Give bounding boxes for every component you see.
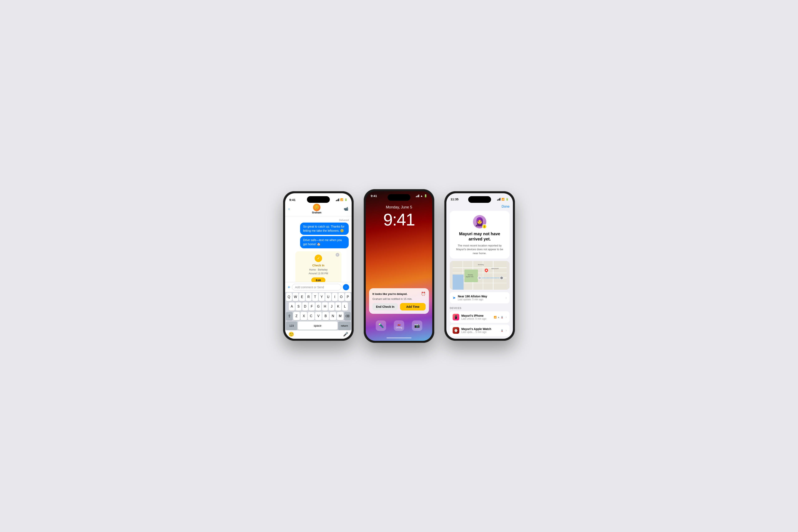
lockscreen-status-icons: ▲ 🔋 [416,194,427,197]
lockscreen-screen: 9:41 ▲ 🔋 Monday, June 5 9:41 [366,191,432,341]
device-name-iphone: Mayuri's iPhone [461,314,492,317]
devices-label: DEVICES [450,307,510,310]
device-status-iphone: 📶 ▲ 🪫 [494,316,504,319]
svg-point-20 [500,277,503,279]
clock-icon: ⏰ [421,291,425,296]
location-name: Near 190 Allston Way [458,295,504,298]
device-row-iphone: 📱 Mayuri's iPhone Last unlock: 5 min ago… [450,311,510,323]
wifi-icon-2: ▲ [420,194,423,197]
key-o[interactable]: O [338,293,344,301]
status-time-3: 11:35 [451,197,458,201]
iphone-icon: 📱 [453,314,459,320]
lockscreen-middle [366,228,432,288]
checkin-card: ✕ ✓ Check In Home · Berkeley Around 11:0… [295,251,341,282]
messages-screen: 9:41 📶 🔋 ‹ [285,193,352,339]
svg-text:Berkeley: Berkeley [478,264,484,266]
key-y[interactable]: Y [319,293,325,301]
key-v[interactable]: V [315,312,322,320]
device-status-watch: 🪫 [501,329,504,332]
key-l[interactable]: L [342,302,348,311]
emoji-icon[interactable]: 🙂 [288,332,294,337]
key-shift[interactable]: ⇧ [286,312,292,320]
keyboard-row-3: ⇧ Z X C V B N M ⌫ [285,311,352,321]
key-u[interactable]: U [325,293,331,301]
status-icons-3: 📶 🔋 [497,198,509,201]
close-button[interactable]: ✕ [336,253,339,256]
key-k[interactable]: K [335,302,341,311]
alert-badge: ! [482,224,487,229]
battery-status-icon: 🪫 [501,316,504,319]
key-h[interactable]: H [322,302,328,311]
watch-glyph: ⌚ [454,328,458,332]
svg-point-18 [478,277,481,279]
key-j[interactable]: J [328,302,335,311]
done-button[interactable]: Done [502,205,510,208]
key-n[interactable]: N [329,312,336,320]
key-r[interactable]: R [306,293,312,301]
dock-driving[interactable]: 🚗 Driving [394,320,404,331]
key-e[interactable]: E [299,293,305,301]
keyboard-row-2: A S D F G H J K L [285,302,352,311]
device-time-iphone: Last unlock: 5 min ago [461,317,492,320]
microphone-icon[interactable]: 🎤 [343,332,348,337]
back-button[interactable]: ‹ [288,207,290,211]
device-time-watch: Last upda… 5 min ago [461,330,498,334]
device-row-watch: ⌚ Mayuri's Apple Watch Last upda… 5 min … [450,325,510,336]
battery-watch-icon: 🪫 [501,329,504,332]
device-chevron-2: › [506,328,507,332]
dock-flashlight[interactable]: 🔦 [376,320,386,331]
svg-text:BANCROFT: BANCROFT [492,268,499,269]
key-return[interactable]: return [338,322,351,330]
key-c[interactable]: C [308,312,315,320]
key-g[interactable]: G [316,302,322,311]
key-delete[interactable]: ⌫ [344,312,351,320]
wifi-icon-1: 📶 [340,198,343,201]
avatar-emoji: 😊 [315,205,319,210]
key-s[interactable]: S [296,302,302,311]
map-svg: Berkeley Aquatic Park [450,261,510,290]
notif-title: It looks like you're delayed. [373,292,407,296]
battery-icon-1: 🔋 [344,198,347,201]
key-a[interactable]: A [289,302,295,311]
messages-input-area: + Add comment or Send ↑ [285,282,352,292]
alert-subtitle: The most recent location reported by May… [454,244,506,255]
edit-button[interactable]: Edit [311,278,326,282]
lockscreen-date: Monday, June 5 [366,205,432,209]
key-p[interactable]: P [345,293,351,301]
key-i[interactable]: I [332,293,338,301]
key-space[interactable]: space [298,322,338,330]
notif-subtitle: Graham will be notified in 15 min. [373,297,425,301]
alert-card: 🧕 ! Mayuri may not have arrived yet. The… [450,211,510,259]
alert-avatar: 🧕 ! [473,215,486,228]
key-w[interactable]: W [292,293,299,301]
key-123[interactable]: 123 [286,322,297,330]
messages-bubbles: So great to catch up. Thanks for letting… [288,223,349,250]
key-t[interactable]: T [312,293,318,301]
delivered-label: Delivered [288,219,349,221]
device-info-watch: Mayuri's Apple Watch Last upda… 5 min ag… [461,327,498,334]
key-m[interactable]: M [337,312,343,320]
end-checkin-button[interactable]: End Check In [373,303,398,310]
key-f[interactable]: F [309,302,315,311]
key-z[interactable]: Z [293,312,300,320]
send-button[interactable]: ↑ [343,284,349,290]
add-time-button[interactable]: Add Time [400,303,425,310]
phone-checkin-alert: 11:35 📶 🔋 Done [444,191,515,341]
key-b[interactable]: B [322,312,329,320]
battery-icon-3: 🔋 [506,198,509,201]
checkin-details: Home · Berkeley Around 11:00 PM [299,268,338,276]
message-bubble-2: Drive safe—text me when you get home! 🏠 [300,236,349,248]
key-d[interactable]: D [302,302,308,311]
key-x[interactable]: X [301,312,307,320]
lockscreen-notification: It looks like you're delayed. ⏰ Graham w… [369,288,429,314]
video-call-button[interactable]: 📹 [344,207,348,211]
devices-section: DEVICES 📱 Mayuri's iPhone Last unlock: 5… [446,304,513,339]
key-q[interactable]: Q [286,293,292,301]
add-attachment-button[interactable]: + [288,285,290,290]
svg-rect-12 [453,274,463,290]
location-icon: ➤ [453,296,456,300]
message-input[interactable]: Add comment or Send [292,284,341,290]
dock-camera[interactable]: 📷 [412,320,422,331]
dynamic-island-1 [307,196,330,203]
svg-text:Berkeley: Berkeley [468,274,473,276]
